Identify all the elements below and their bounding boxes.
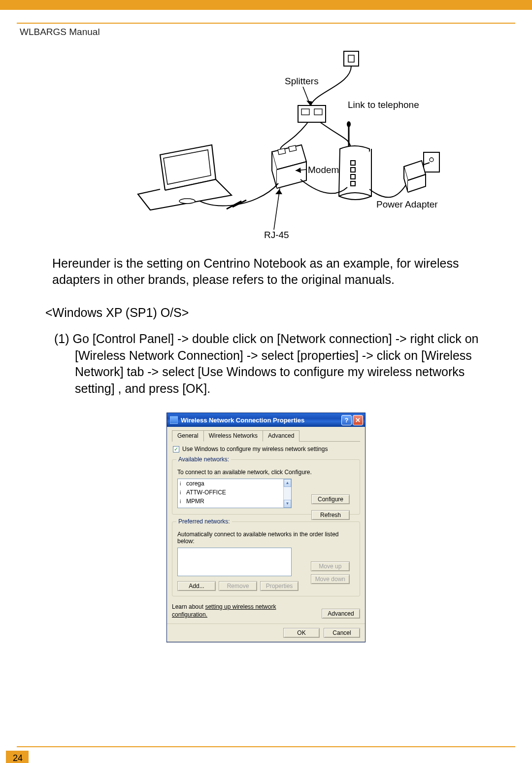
label-modem: Modem — [308, 165, 339, 175]
available-networks-group: Available networks: To connect to an ava… — [172, 459, 360, 515]
list-item[interactable]: iMPMR — [178, 497, 291, 506]
svg-rect-18 — [351, 174, 355, 179]
dotted-separator — [166, 642, 366, 643]
configure-button[interactable]: Configure — [311, 494, 350, 504]
dialog-footer: OK Cancel — [167, 624, 365, 642]
list-item[interactable]: icorega — [178, 479, 291, 488]
running-head: WLBARGS Manual — [20, 27, 515, 37]
preferred-networks-group: Preferred networks: Automatically connec… — [172, 521, 360, 596]
scrollbar[interactable]: ▲ ▼ — [283, 479, 291, 508]
available-legend: Available networks: — [176, 456, 231, 463]
antenna-icon: i — [180, 481, 184, 486]
section-heading: <Windows XP (SP1) O/S> — [45, 306, 486, 320]
available-networks-list[interactable]: icorega iATTW-OFFICE iMPMR ▲ ▼ — [177, 479, 292, 508]
svg-rect-20 — [424, 152, 439, 172]
page-number: 24 — [6, 751, 29, 763]
tab-strip: General Wireless Networks Advanced — [172, 430, 360, 442]
preferred-legend: Preferred networks: — [176, 518, 232, 525]
intro-paragraph: Hereunder is the setting on Centrino Not… — [52, 255, 486, 288]
ok-button[interactable]: OK — [283, 628, 320, 638]
antenna-icon: i — [180, 499, 184, 504]
tab-general[interactable]: General — [172, 430, 204, 442]
properties-button[interactable]: Properties — [260, 581, 299, 591]
manual-page: WLBARGS Manual — [0, 10, 532, 763]
close-button[interactable]: ✕ — [353, 415, 363, 425]
tab-wireless-networks[interactable]: Wireless Networks — [203, 430, 263, 442]
use-windows-checkbox[interactable]: ✓ — [173, 446, 179, 452]
preferred-hint: Automatically connect to available netwo… — [177, 531, 345, 545]
wireless-icon — [170, 416, 178, 424]
svg-rect-19 — [351, 181, 355, 186]
step-1-text: (1) Go [Control Panel] -> double click o… — [54, 331, 486, 397]
available-hint: To connect to an available network, clic… — [177, 469, 355, 476]
connection-diagram: Splitters Link to telephone Modem RJ-45 … — [79, 46, 453, 243]
svg-point-13 — [179, 199, 195, 204]
cancel-button[interactable]: Cancel — [324, 628, 360, 638]
footer-rule — [17, 746, 515, 747]
remove-button[interactable]: Remove — [219, 581, 257, 591]
move-up-button[interactable]: Move up — [311, 561, 350, 571]
preferred-networks-list[interactable] — [177, 548, 292, 576]
svg-rect-16 — [351, 161, 355, 165]
dialog-title: Wireless Network Connection Properties — [181, 416, 304, 424]
svg-rect-3 — [301, 109, 309, 115]
dialog-titlebar[interactable]: Wireless Network Connection Properties ?… — [167, 413, 365, 427]
add-button[interactable]: Add... — [177, 581, 216, 591]
svg-rect-17 — [351, 168, 355, 172]
svg-marker-12 — [275, 189, 282, 194]
svg-rect-1 — [348, 55, 354, 62]
label-splitters: Splitters — [285, 76, 319, 87]
tab-advanced[interactable]: Advanced — [263, 430, 299, 442]
list-item[interactable]: iATTW-OFFICE — [178, 488, 291, 497]
help-button[interactable]: ? — [341, 415, 352, 425]
checkbox-label: Use Windows to configure my wireless net… — [182, 446, 328, 452]
scroll-up-icon[interactable]: ▲ — [284, 479, 291, 487]
svg-rect-8 — [289, 145, 297, 152]
antenna-icon: i — [180, 490, 184, 495]
scroll-down-icon[interactable]: ▼ — [284, 500, 291, 508]
svg-rect-7 — [278, 148, 286, 155]
label-power-adapter: Power Adapter — [376, 199, 438, 210]
header-rule — [17, 23, 515, 24]
svg-point-21 — [430, 158, 433, 162]
label-rj45: RJ-45 — [264, 230, 289, 241]
move-down-button[interactable]: Move down — [311, 574, 350, 584]
label-link-telephone: Link to telephone — [348, 100, 419, 110]
svg-rect-4 — [314, 109, 322, 115]
refresh-button[interactable]: Refresh — [311, 510, 350, 520]
xp-dialog: Wireless Network Connection Properties ?… — [166, 413, 366, 642]
svg-point-15 — [347, 122, 350, 127]
svg-line-11 — [274, 188, 280, 230]
diagram-svg — [79, 46, 453, 243]
advanced-button[interactable]: Advanced — [322, 609, 360, 619]
learn-about-text: Learn about setting up wireless network … — [172, 603, 295, 619]
